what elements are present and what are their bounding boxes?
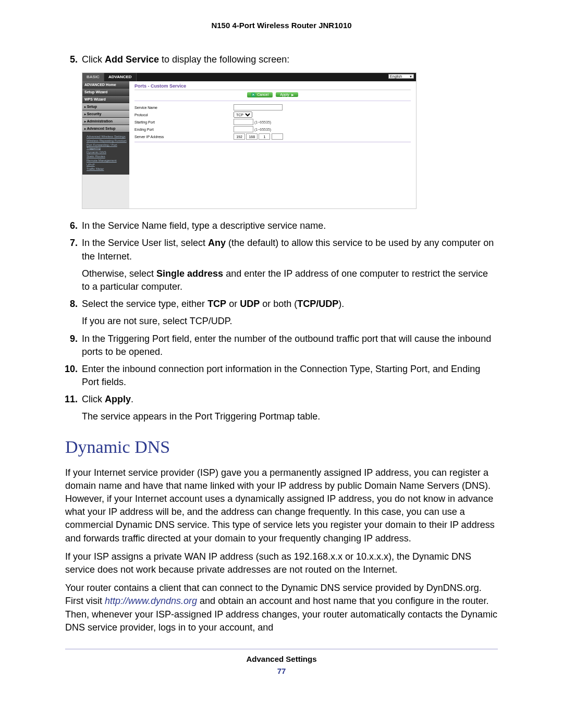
- step-7b-bold: Single address: [156, 268, 223, 279]
- tab-advanced[interactable]: ADVANCED: [104, 73, 137, 81]
- apply-label: Apply: [280, 93, 289, 96]
- step-8-pre: Select the service type, either: [82, 299, 207, 309]
- step-10: 10.Enter the inbound connection port inf…: [65, 363, 498, 389]
- ip-octet-4[interactable]: [272, 133, 283, 140]
- panel-title: Ports - Custom Service: [134, 83, 411, 90]
- footer-section: Advanced Settings: [65, 655, 498, 663]
- sublink-dynamic-dns[interactable]: Dynamic DNS: [87, 151, 129, 154]
- chevron-right-icon: ▶: [291, 93, 294, 96]
- chevron-down-icon: ▼: [409, 75, 412, 78]
- sublink-upnp[interactable]: UPnP: [87, 163, 129, 166]
- step-11-num: 11.: [65, 393, 78, 406]
- step-11: 11.Click Apply.: [65, 393, 498, 406]
- ip-octet-2[interactable]: [246, 133, 258, 140]
- router-screenshot: BASIC ADVANCED English ▼ ADVANCED Home S…: [82, 72, 417, 209]
- sidebar-item-setup-wizard[interactable]: Setup Wizard: [82, 89, 129, 96]
- apply-button[interactable]: Apply▶: [276, 92, 298, 97]
- step-9-text: In the Triggering Port field, enter the …: [82, 334, 491, 357]
- sidebar-item-security[interactable]: Security: [82, 110, 129, 118]
- doc-header-title: N150 4-Port Wireless Router JNR1010: [65, 21, 498, 30]
- row-starting-port: Starting Port (1~65535): [134, 119, 411, 125]
- ending-port-hint: (1~65535): [254, 128, 271, 131]
- step-6-text: In the Service Name field, type a descri…: [82, 220, 326, 231]
- step-5: 5.Click Add Service to display the follo…: [65, 53, 498, 66]
- step-8b: If you are not sure, select TCP/UDP.: [82, 315, 498, 328]
- starting-port-input[interactable]: [234, 119, 253, 125]
- step-5-post: to display the following screen:: [159, 54, 289, 65]
- step-5-pre: Click: [82, 54, 105, 65]
- row-service-name: Service Name: [134, 104, 411, 110]
- label-ending-port: Ending Port: [134, 128, 234, 131]
- sidebar-item-wps-wizard[interactable]: WPS Wizard: [82, 96, 129, 103]
- step-8-b1: TCP: [207, 299, 226, 309]
- sublink-advanced-wireless[interactable]: Advanced Wireless Settings: [87, 135, 129, 138]
- step-8-num: 8.: [65, 298, 78, 311]
- sidebar-item-advanced-setup[interactable]: Advanced Setup: [82, 125, 129, 132]
- step-5-bold: Add Service: [105, 54, 159, 65]
- ddns-para-3: Your router contains a client that can c…: [65, 582, 498, 634]
- ending-port-input[interactable]: [234, 126, 253, 132]
- starting-port-hint: (1~65535): [254, 120, 271, 124]
- close-icon: ✕: [251, 93, 255, 97]
- protocol-select[interactable]: TCP: [234, 112, 252, 118]
- row-ending-port: Ending Port (1~65535): [134, 126, 411, 132]
- panel: Ports - Custom Service ✕Cancel Apply▶ Se…: [129, 81, 416, 208]
- ip-octet-1[interactable]: [234, 133, 245, 140]
- language-select[interactable]: English ▼: [388, 74, 414, 79]
- step-7b: Otherwise, select Single address and ent…: [82, 267, 498, 293]
- heading-dynamic-dns: Dynamic DNS: [65, 437, 498, 457]
- cancel-button[interactable]: ✕Cancel: [247, 92, 273, 97]
- step-10-text: Enter the inbound connection port inform…: [82, 364, 480, 387]
- step-8-post: ).: [338, 299, 344, 309]
- row-server-ip: Server IP Address: [134, 133, 411, 140]
- dyndns-link[interactable]: http://www.dyndns.org: [105, 596, 197, 606]
- step-9: 9.In the Triggering Port field, enter th…: [65, 332, 498, 359]
- panel-divider: [134, 142, 411, 142]
- step-7-bold: Any: [208, 238, 226, 248]
- sublink-traffic-meter[interactable]: Traffic Meter: [87, 167, 129, 170]
- step-8: 8.Select the service type, either TCP or…: [65, 298, 498, 311]
- step-9-num: 9.: [65, 332, 78, 346]
- language-value: English: [390, 75, 402, 78]
- sublink-remote-management[interactable]: Remote Management: [87, 159, 129, 162]
- label-server-ip: Server IP Address: [134, 135, 234, 139]
- ddns-para-2: If your ISP assigns a private WAN IP add…: [65, 550, 498, 576]
- ip-octet-3[interactable]: [259, 133, 270, 140]
- step-8-mid1: or: [226, 299, 240, 309]
- label-protocol: Protocol: [134, 113, 234, 117]
- step-10-num: 10.: [65, 363, 78, 376]
- step-6-num: 6.: [65, 219, 78, 232]
- step-6: 6.In the Service Name field, type a desc…: [65, 219, 498, 232]
- cancel-label: Cancel: [257, 93, 268, 96]
- footer: Advanced Settings 77: [65, 649, 498, 675]
- sidebar: ADVANCED Home Setup Wizard WPS Wizard Se…: [82, 81, 129, 208]
- step-7: 7.In the Service User list, select Any (…: [65, 237, 498, 263]
- sidebar-item-home[interactable]: ADVANCED Home: [82, 81, 129, 89]
- service-name-input[interactable]: [234, 104, 283, 110]
- sublink-port-forwarding[interactable]: Port Forwarding / Port Triggering: [87, 143, 129, 150]
- sublink-static-routes[interactable]: Static Routes: [87, 155, 129, 158]
- label-service-name: Service Name: [134, 106, 234, 109]
- step-8-mid2: or both (: [260, 299, 297, 309]
- label-starting-port: Starting Port: [134, 120, 234, 124]
- step-5-num: 5.: [65, 53, 78, 66]
- tab-basic[interactable]: BASIC: [82, 73, 104, 81]
- sidebar-submenu: Advanced Wireless Settings Wireless Repe…: [82, 132, 129, 175]
- step-8-b2: UDP: [240, 299, 260, 309]
- ddns-para-1: If your Internet service provider (ISP) …: [65, 466, 498, 545]
- sublink-wireless-repeating[interactable]: Wireless Repeating Function: [87, 139, 129, 142]
- step-7b-pre: Otherwise, select: [82, 268, 156, 279]
- row-protocol: Protocol TCP: [134, 112, 411, 118]
- step-8-b3: TCP/UDP: [297, 299, 338, 309]
- step-7-num: 7.: [65, 237, 78, 250]
- tab-bar: BASIC ADVANCED English ▼: [82, 73, 416, 81]
- sidebar-item-administration[interactable]: Administration: [82, 118, 129, 125]
- step-11-bold: Apply: [105, 394, 131, 404]
- footer-page-number: 77: [65, 667, 498, 675]
- step-11-post: .: [131, 394, 133, 404]
- panel-buttons: ✕Cancel Apply▶: [134, 91, 411, 101]
- step-11b: The service appears in the Port Triggeri…: [82, 410, 498, 423]
- sidebar-item-setup[interactable]: Setup: [82, 103, 129, 110]
- step-7-pre: In the Service User list, select: [82, 238, 208, 248]
- step-11-pre: Click: [82, 394, 105, 404]
